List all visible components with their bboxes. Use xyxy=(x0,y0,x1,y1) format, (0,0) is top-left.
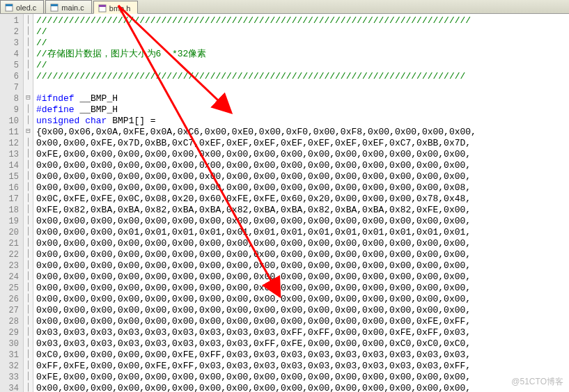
fold-marker: │ xyxy=(24,192,33,203)
code-line[interactable]: // xyxy=(36,26,569,38)
code-line[interactable]: 0x00,0x00,0x00,0x00,0x00,0x00,0x00,0x00,… xyxy=(36,260,569,272)
line-number: 2 xyxy=(0,26,23,38)
fold-marker: │ xyxy=(24,148,33,159)
code-line[interactable]: ////////////////////////////////////////… xyxy=(36,71,569,82)
fold-marker: │ xyxy=(24,281,33,292)
tab-label: oled.c xyxy=(16,3,36,12)
code-line[interactable]: 0x00,0x00,0x00,0x00,0x00,0x00,0x00,0x00,… xyxy=(36,383,569,392)
line-number: 11 xyxy=(0,127,23,138)
fold-marker: │ xyxy=(24,248,33,259)
fold-marker: │ xyxy=(24,14,33,25)
line-number: 17 xyxy=(0,194,23,205)
fold-marker: │ xyxy=(24,114,33,125)
line-number: 18 xyxy=(0,205,23,216)
line-number: 33 xyxy=(0,372,23,383)
code-line[interactable]: 0x00,0x00,0x00,0x00,0x00,0x00,0x00,0x00,… xyxy=(36,272,569,283)
line-number: 4 xyxy=(0,49,23,60)
code-line[interactable]: 0x00,0x00,0x00,0x00,0x00,0x00,0x00,0x00,… xyxy=(36,249,569,260)
code-line[interactable]: 0x00,0x00,0xFE,0x7D,0xBB,0xC7,0xEF,0xEF,… xyxy=(36,138,569,149)
line-number: 34 xyxy=(0,383,23,392)
tab-oled-c[interactable]: oled.c xyxy=(0,0,44,13)
code-line[interactable]: //存储图片数据，图片大小为6 *32像素 xyxy=(36,49,569,60)
tab-bar: oled.cmain.cbmp.h xyxy=(0,0,569,14)
code-line[interactable]: 0xFE,0x00,0x00,0x00,0x00,0x00,0x00,0x00,… xyxy=(36,372,569,383)
line-number: 25 xyxy=(0,283,23,294)
line-number: 7 xyxy=(0,82,23,93)
fold-marker: │ xyxy=(24,304,33,315)
code-line[interactable]: 0xFE,0x82,0xBA,0xBA,0x82,0xBA,0xBA,0x82,… xyxy=(36,205,569,216)
code-line[interactable]: unsigned char BMP1[] = xyxy=(36,116,569,127)
code-line[interactable]: {0x00,0x06,0x0A,0xFE,0x0A,0xC6,0x00,0xE0… xyxy=(36,127,569,138)
c-file-icon xyxy=(5,3,13,12)
line-number: 21 xyxy=(0,238,23,249)
line-number: 22 xyxy=(0,249,23,260)
fold-marker: │ xyxy=(24,315,33,326)
code-line[interactable]: 0xC0,0x00,0x00,0x00,0x00,0xFE,0xFF,0x03,… xyxy=(36,350,569,361)
code-line[interactable]: // xyxy=(36,60,569,71)
code-line[interactable]: 0x0C,0xFE,0xFE,0x0C,0x08,0x20,0x60,0xFE,… xyxy=(36,194,569,205)
tab-main-c[interactable]: main.c xyxy=(45,0,91,13)
fold-marker[interactable]: ⊟ xyxy=(24,92,33,103)
code-line[interactable] xyxy=(36,82,569,93)
fold-marker: │ xyxy=(24,170,33,181)
code-line[interactable]: 0xFE,0x00,0x00,0x00,0x00,0x00,0x00,0x00,… xyxy=(36,149,569,160)
line-number: 16 xyxy=(0,182,23,194)
code-line[interactable]: 0x00,0x00,0x00,0x00,0x00,0x00,0x00,0x00,… xyxy=(36,238,569,249)
code-line[interactable]: 0x00,0x00,0x00,0x01,0x01,0x01,0x01,0x01,… xyxy=(36,227,569,238)
fold-marker: │ xyxy=(24,226,33,237)
line-number: 9 xyxy=(0,104,23,116)
fold-marker: │ xyxy=(24,359,33,370)
fold-marker: │ xyxy=(24,47,33,58)
code-line[interactable]: 0x03,0x03,0x03,0x03,0x03,0x03,0x03,0x03,… xyxy=(36,338,569,350)
code-line[interactable]: 0x00,0x00,0x00,0x00,0x00,0x00,0x00,0x00,… xyxy=(36,305,569,316)
fold-marker: │ xyxy=(24,58,33,70)
code-area[interactable]: ////////////////////////////////////////… xyxy=(33,14,569,392)
fold-marker: │ xyxy=(24,292,33,304)
line-number: 15 xyxy=(0,171,23,182)
line-number: 24 xyxy=(0,272,23,283)
code-line[interactable]: 0x00,0x00,0x00,0x00,0x00,0x00,0x00,0x00,… xyxy=(36,283,569,294)
fold-marker: │ xyxy=(24,326,33,337)
fold-marker: │ xyxy=(24,214,33,226)
fold-marker[interactable]: ⊟ xyxy=(24,125,33,136)
fold-marker: │ xyxy=(24,270,33,281)
svg-rect-5 xyxy=(99,5,106,7)
h-file-icon xyxy=(98,4,107,13)
tab-label: main.c xyxy=(61,3,84,12)
fold-marker: │ xyxy=(24,36,33,47)
line-number: 6 xyxy=(0,71,23,82)
fold-marker: │ xyxy=(24,382,33,392)
fold-margin: ││││││⊟││⊟│││││││││││││││││││││││ xyxy=(24,14,33,392)
code-line[interactable]: 0x00,0x00,0x00,0x00,0x00,0x00,0x00,0x00,… xyxy=(36,216,569,227)
fold-marker: │ xyxy=(24,103,33,114)
line-number: 23 xyxy=(0,260,23,272)
line-number: 12 xyxy=(0,138,23,149)
fold-marker: │ xyxy=(24,337,33,348)
code-line[interactable]: 0x00,0x00,0x00,0x00,0x00,0x00,0x00,0x00,… xyxy=(36,160,569,171)
line-number: 19 xyxy=(0,216,23,227)
code-line[interactable]: ////////////////////////////////////////… xyxy=(36,15,569,26)
code-line[interactable]: 0xFF,0xFE,0x00,0x00,0xFE,0xFF,0x03,0x03,… xyxy=(36,361,569,372)
code-line[interactable]: 0x00,0x00,0x00,0x00,0x00,0x00,0x00,0x00,… xyxy=(36,294,569,305)
line-number: 13 xyxy=(0,149,23,160)
code-line[interactable]: #define __BMP_H xyxy=(36,104,569,116)
code-line[interactable]: 0x00,0x00,0x00,0x00,0x00,0x00,0x00,0x00,… xyxy=(36,182,569,194)
editor: 1234567891011121314151617181920212223242… xyxy=(0,14,569,392)
code-line[interactable]: 0x00,0x00,0x00,0x00,0x00,0x00,0x00,0x00,… xyxy=(36,171,569,182)
code-line[interactable]: #ifndef __BMP_H xyxy=(36,93,569,104)
code-line[interactable]: 0x00,0x00,0x00,0x00,0x00,0x00,0x00,0x00,… xyxy=(36,316,569,327)
fold-marker: │ xyxy=(24,136,33,148)
line-number: 27 xyxy=(0,305,23,316)
line-number: 28 xyxy=(0,316,23,327)
line-number: 10 xyxy=(0,116,23,127)
line-number: 8 xyxy=(0,93,23,104)
svg-rect-3 xyxy=(51,4,58,6)
code-line[interactable]: // xyxy=(36,38,569,49)
fold-marker: │ xyxy=(24,370,33,382)
code-line[interactable]: 0x03,0x03,0x03,0x03,0x03,0x03,0x03,0x03,… xyxy=(36,327,569,338)
tab-bmp-h[interactable]: bmp.h xyxy=(93,1,139,14)
fold-marker xyxy=(24,81,33,92)
line-number: 3 xyxy=(0,38,23,49)
fold-marker: │ xyxy=(24,348,33,359)
fold-marker: │ xyxy=(24,181,33,192)
